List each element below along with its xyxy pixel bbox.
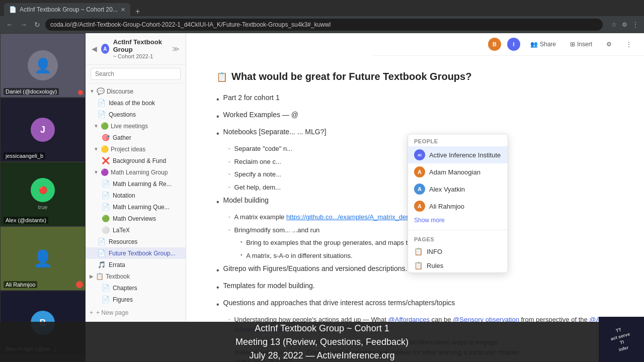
bullet-item-7: • Questions and approaches that drive in… [216,298,614,311]
url-bar[interactable]: coda.io/@/ActInf-Textbook-Group-Cohort-2… [45,19,603,31]
tab-title: ActInf Textbook Group ~ Cohort 20... [20,6,118,13]
sidebar-item-notation[interactable]: 📄 Notation [86,190,186,201]
sidebar-item-resources[interactable]: 📄 Resources [86,236,186,247]
questions-label: Questions [109,111,136,118]
popup-pages-section: PAGES [408,232,508,244]
popup-item-aii[interactable]: AI Active Inference Institute [408,146,508,163]
sidebar-section-project-ideas[interactable]: ▼ 🟡 Project ideas [86,143,186,155]
more-button[interactable]: ⋮ [622,39,636,50]
sidebar-item-math-re[interactable]: 📄 Math Learning & Re... [86,178,186,190]
bottom-banner: ActInf Textbook Group ~ Cohort 1 Meeting… [0,322,644,362]
page-title: 📋 What would be great for Future Textboo… [216,71,614,82]
sub-text-1-4: Get help, dem... [234,183,281,193]
bullet-text-5: Gitrepo with Figures/Equations and versi… [223,263,408,274]
settings-button[interactable]: ⚙ [602,39,616,50]
insert-button[interactable]: ⊞ Insert [566,39,596,50]
refresh-button[interactable]: ↻ [32,20,42,30]
sidebar-item-latex[interactable]: ⚪ LaTeX [86,224,186,236]
popup-item-alex[interactable]: A Alex Vyatkin [408,180,508,198]
mention-popup: PEOPLE AI Active Inference Institute A A… [408,134,508,273]
popup-item-ali[interactable]: A Ali Rahmjoo [408,198,508,215]
sidebar-item-gather[interactable]: 🎯 Gather [86,132,186,143]
sidebar-item-errata[interactable]: 🎵 Errata [86,259,186,270]
forward-button[interactable]: → [18,20,29,30]
search-input[interactable] [91,68,181,80]
sidebar-titles: ActInf Textbook Group ~ Cohort 2022-1 [113,38,168,59]
project-ideas-label: Project ideas [111,146,145,153]
sidebar-title: ActInf Textbook Group [113,38,168,53]
sidebar-item-ideas[interactable]: 📄 Ideas of the book [86,97,186,109]
sidebar-section-discourse[interactable]: ▼ 💬 Discourse [86,85,186,97]
math-overviews-icon: 🟢 [102,215,110,222]
ideas-icon: 📄 [98,99,106,107]
popup-item-info[interactable]: 📋 INFO [408,244,508,258]
extensions-icon[interactable]: ⚙ [620,20,629,29]
chapters-icon: 📄 [102,284,110,292]
tab-close[interactable]: ✕ [121,7,125,13]
popup-name-alex: Alex Vyatkin [429,186,465,193]
errata-icon: 🎵 [98,261,106,268]
sidebar-collapse[interactable]: ≫ [172,45,180,53]
popup-avatar-adam: A [414,166,425,177]
watermark: TT act serve TI infer [599,317,644,362]
share-icon: 👥 [530,41,538,48]
banner-line1: ActInf Textbook Group ~ Cohort 1 [235,322,409,335]
video-name-daniel: Daniel (@docxology) [4,88,59,95]
sidebar-content: ▼ 💬 Discourse 📄 Ideas of the book 📄 Ques… [86,83,186,362]
svg-text:AI: AI [418,153,422,157]
share-button[interactable]: 👥 Share [526,39,560,50]
sidebar: ◀ A ActInf Textbook Group ~ Cohort 2022-… [86,33,186,362]
sidebar-section-math[interactable]: ▼ 🟣 Math Learning Group [86,166,186,178]
sub-text-2-1: A matrix example https://github.co.../ex… [234,212,433,222]
popup-divider [408,230,508,230]
insert-label: Insert [577,41,592,48]
sidebar-section-textbook[interactable]: ▶ 📋 Textbook [86,270,186,282]
sidebar-item-math-overviews[interactable]: 🟢 Math Overviews [86,213,186,224]
figures-icon: 📄 [102,296,110,303]
chevron-down-icon-2: ▼ [94,123,99,129]
popup-avatar-ali: A [414,201,425,212]
tab-bar: 📄 ActInf Textbook Group ~ Cohort 20... ✕… [0,0,644,16]
avatar-user1: B [488,38,501,51]
chevron-down-icon-3: ▼ [94,146,99,152]
page-title-text: What would be great for Future Textbook … [231,71,471,82]
sidebar-item-bg-fund[interactable]: ❌ Background & Fund [86,155,186,166]
new-tab-button[interactable]: + [132,7,143,16]
show-more-button[interactable]: Show more [408,215,508,228]
video-item-alex: 🔴 true Alex (@distantx) [0,162,86,226]
back-button[interactable]: ← [4,20,15,30]
popup-people-section: PEOPLE [408,134,508,146]
future-textbook-label: Future Textbook Group... [109,250,176,257]
latex-icon: ⚪ [102,226,110,234]
sidebar-item-math-que[interactable]: 📄 Math Learning Que... [86,201,186,213]
sidebar-item-questions[interactable]: 📄 Questions [86,109,186,120]
sidebar-item-figures[interactable]: 📄 Figures [86,294,186,305]
sub2-text-2: A matrix, s-A-o in different situations. [246,251,352,261]
bookmark-icon[interactable]: ☆ [610,20,618,29]
sidebar-search-bar [86,65,186,83]
bullet-text-2: Worked Examples — @ [223,110,298,120]
sub-text-1-3: Specify a note... [234,169,281,179]
sub-text-1-1: Separate "code" n... [234,144,292,154]
browser-actions: ☆ ⚙ ⋮ [610,20,640,29]
menu-icon[interactable]: ⋮ [631,20,640,29]
sidebar-toggle[interactable]: ◀ [92,45,97,53]
address-bar: ← → ↻ coda.io/@/ActInf-Textbook-Group-Co… [0,16,644,33]
new-page-button[interactable]: + + New page [86,307,186,318]
bullet-text-1: Part 2 for cohort 1 [223,93,280,103]
chevron-down-icon: ▼ [90,88,95,94]
bullet-text-4: Model building [223,195,269,206]
mic-indicator-ali [76,281,83,288]
new-page-label: + New page [96,309,128,316]
video-item-jessica: J jessicaangeli_b [0,98,86,162]
popup-item-adam[interactable]: A Adam Manoogian [408,163,508,180]
video-name-ali: Ali Rahmjoo [4,281,37,288]
sidebar-item-chapters[interactable]: 📄 Chapters [86,282,186,294]
sidebar-item-future-textbook[interactable]: 📄 Future Textbook Group... [86,247,186,259]
popup-name-rules: Rules [427,262,443,269]
active-tab[interactable]: 📄 ActInf Textbook Group ~ Cohort 20... ✕ [4,3,130,16]
sidebar-section-live-meetings[interactable]: ▼ 🟢 Live meetings [86,120,186,132]
popup-name-info: INFO [427,248,442,255]
popup-item-rules[interactable]: 📋 Rules [408,258,508,273]
questions-icon: 📄 [98,111,106,118]
